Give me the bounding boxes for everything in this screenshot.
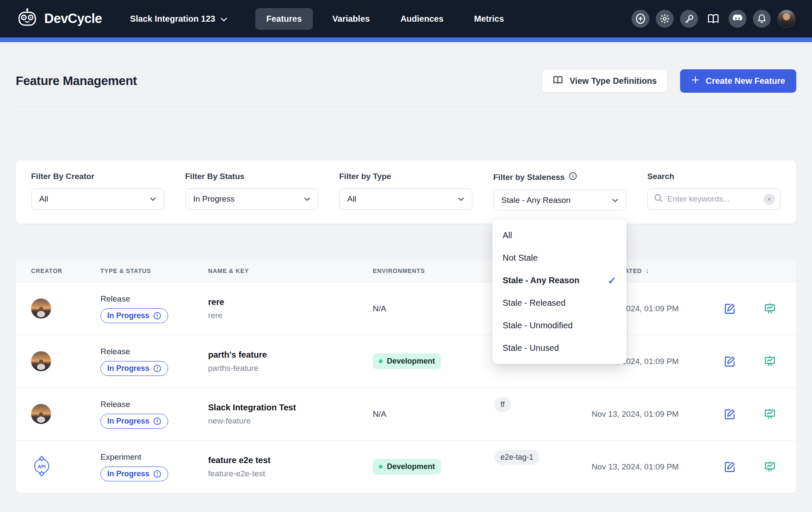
edit-feature-icon[interactable] <box>723 355 736 368</box>
filter-staleness-select[interactable]: Stale - Any Reason <box>493 190 626 211</box>
status-badge[interactable]: In Progress <box>100 361 168 376</box>
feature-metrics-icon[interactable] <box>763 408 776 421</box>
filter-staleness-value: Stale - Any Reason <box>501 196 571 205</box>
feature-name: feature e2e test <box>208 455 373 465</box>
chevron-down-icon <box>612 196 618 204</box>
alert-circle-icon <box>153 470 161 478</box>
staleness-option-stale-unused[interactable]: Stale - Unused <box>492 337 626 359</box>
creator-avatar <box>31 299 51 319</box>
feature-key: rere <box>208 311 373 320</box>
filter-status-label: Filter By Status <box>185 172 318 181</box>
updated-timestamp: Nov 13, 2024, 01:09 PM <box>592 462 714 472</box>
settings-gear-icon[interactable] <box>656 10 674 28</box>
column-creator: CREATOR <box>31 267 100 274</box>
environments-value: N/A <box>373 304 386 313</box>
environment-badge: Development <box>373 459 441 475</box>
view-type-definitions-label: View Type Definitions <box>569 76 657 86</box>
search-icon <box>654 193 663 205</box>
sort-descending-icon: ↓ <box>645 267 649 275</box>
view-type-definitions-button[interactable]: View Type Definitions <box>542 69 667 93</box>
discord-icon[interactable] <box>729 10 746 28</box>
column-name-key: NAME & KEY <box>208 267 373 274</box>
accent-bar <box>0 37 812 42</box>
feature-key: new-feature <box>208 416 373 426</box>
search-group: Search ✕ <box>647 172 781 211</box>
create-new-feature-button[interactable]: Create New Feature <box>680 69 796 93</box>
filters-panel: Filter By Creator All Filter By Status I… <box>16 160 796 224</box>
staleness-option-all[interactable]: All <box>492 224 626 247</box>
add-circle-icon[interactable] <box>632 10 649 28</box>
user-avatar[interactable] <box>777 9 796 28</box>
feature-name: parth's feature <box>208 350 373 360</box>
info-icon[interactable] <box>569 172 577 182</box>
feature-metrics-icon[interactable] <box>763 302 776 315</box>
staleness-dropdown-menu: All Not Stale Stale - Any Reason ✓ Stale… <box>492 219 626 364</box>
project-selector[interactable]: Slack Integration 123 <box>130 14 227 24</box>
table-row[interactable]: API Experiment In Progress feature e2e t… <box>16 440 796 493</box>
environments-value: N/A <box>373 410 386 418</box>
search-input[interactable] <box>667 194 759 204</box>
table-row[interactable]: Release In Progress rere rere N/A Nov 13… <box>16 282 796 335</box>
chevron-down-icon <box>304 195 310 203</box>
status-badge[interactable]: In Progress <box>100 308 168 323</box>
api-creator-icon: API <box>31 455 52 477</box>
feature-key: parths-feature <box>208 364 373 373</box>
creator-avatar <box>31 404 51 424</box>
filter-by-creator: Filter By Creator All <box>31 172 164 211</box>
table-row[interactable]: Release In Progress parth's feature part… <box>16 335 796 387</box>
feature-key: feature-e2e-test <box>208 469 373 478</box>
filter-status-value: In Progress <box>193 194 234 204</box>
column-environments: ENVIRONMENTS <box>373 267 495 274</box>
environment-dot-icon <box>379 359 383 363</box>
top-navigation-bar: DevCycle Slack Integration 123 Features … <box>0 0 812 37</box>
alert-circle-icon <box>153 364 161 373</box>
feature-name: rere <box>208 297 373 307</box>
chevron-down-icon <box>150 195 156 203</box>
feature-metrics-icon[interactable] <box>763 355 776 368</box>
devcycle-robot-icon <box>16 7 38 31</box>
feature-metrics-icon[interactable] <box>763 461 776 473</box>
feature-type: Release <box>100 294 208 304</box>
staleness-option-stale-unmodified[interactable]: Stale - Unmodified <box>492 314 626 337</box>
docs-book-icon[interactable] <box>704 10 722 28</box>
environment-badge: Development <box>373 353 441 369</box>
filter-status-select[interactable]: In Progress <box>185 188 318 210</box>
filter-creator-select[interactable]: All <box>31 188 164 210</box>
svg-text:API: API <box>38 464 46 469</box>
staleness-option-stale-any-reason[interactable]: Stale - Any Reason ✓ <box>492 269 626 292</box>
filter-by-type: Filter by Type All <box>339 172 472 211</box>
book-icon <box>552 75 563 87</box>
filter-creator-value: All <box>39 194 48 204</box>
table-row[interactable]: Release In Progress Slack Integration Te… <box>16 387 796 440</box>
chevron-down-icon <box>458 195 464 203</box>
brand-name: DevCycle <box>44 11 102 26</box>
notifications-bell-icon[interactable] <box>753 10 771 28</box>
status-badge[interactable]: In Progress <box>100 414 168 429</box>
feature-type: Release <box>100 347 208 356</box>
edit-feature-icon[interactable] <box>723 302 736 315</box>
column-type-status: TYPE & STATUS <box>100 267 208 274</box>
staleness-option-not-stale[interactable]: Not Stale <box>492 247 626 269</box>
title-divider <box>16 107 796 107</box>
plus-icon <box>691 76 700 86</box>
updated-timestamp: Nov 13, 2024, 01:09 PM <box>592 410 714 419</box>
tab-features[interactable]: Features <box>255 8 313 30</box>
edit-feature-icon[interactable] <box>723 461 736 473</box>
topbar-actions <box>632 9 796 28</box>
features-table: CREATOR TYPE & STATUS NAME & KEY ENVIRON… <box>16 259 796 493</box>
filter-staleness-label: Filter by Staleness <box>493 173 565 182</box>
check-icon: ✓ <box>608 275 616 287</box>
main-nav: Features Variables Audiences Metrics <box>255 8 515 30</box>
api-keys-key-icon[interactable] <box>680 10 698 28</box>
filter-by-staleness: Filter by Staleness Stale - Any Reason <box>493 172 626 211</box>
tab-metrics[interactable]: Metrics <box>463 8 515 30</box>
tab-audiences[interactable]: Audiences <box>389 8 455 30</box>
devcycle-logo[interactable]: DevCycle <box>16 7 102 31</box>
filter-type-select[interactable]: All <box>339 188 472 210</box>
alert-circle-icon <box>153 417 161 425</box>
status-badge[interactable]: In Progress <box>100 466 168 481</box>
staleness-option-stale-released[interactable]: Stale - Released <box>492 292 626 314</box>
clear-search-icon[interactable]: ✕ <box>763 193 775 205</box>
tab-variables[interactable]: Variables <box>321 8 381 30</box>
edit-feature-icon[interactable] <box>723 408 736 421</box>
